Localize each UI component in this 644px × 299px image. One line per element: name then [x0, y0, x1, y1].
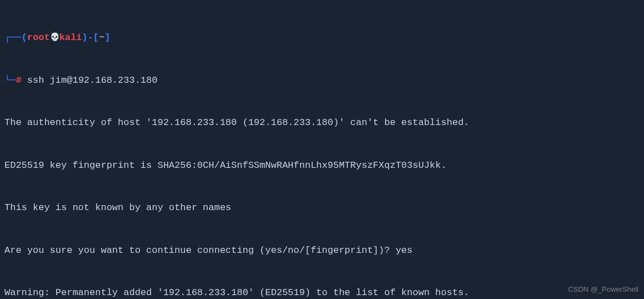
watermark-text: CSDN @_PowerShell	[568, 284, 638, 295]
box-corner-bottom: └─	[4, 75, 16, 86]
box-right: )-[	[82, 32, 99, 43]
prompt-hash: #	[16, 75, 21, 86]
prompt-line-2: └─# ssh jim@192.168.233.180	[4, 73, 640, 88]
box-corner: ┌──(	[4, 32, 27, 43]
prompt-user: root	[27, 32, 50, 43]
output-line: Are you sure you want to continue connec…	[4, 243, 640, 258]
prompt-line-1: ┌──(root💀kali)-[~]	[4, 31, 640, 45]
output-line: The authenticity of host '192.168.233.18…	[4, 116, 640, 130]
prompt-path: ~	[99, 32, 104, 43]
box-end: ]	[104, 32, 110, 43]
output-line: Warning: Permanently added '192.168.233.…	[4, 286, 640, 299]
output-line: ED25519 key fingerprint is SHA256:0CH/Ai…	[4, 158, 640, 173]
skull-icon: 💀	[50, 33, 59, 42]
terminal-output[interactable]: ┌──(root💀kali)-[~] └─# ssh jim@192.168.2…	[4, 2, 640, 299]
ssh-command: ssh jim@192.168.233.180	[27, 75, 158, 86]
output-line: This key is not known by any other names	[4, 201, 640, 215]
prompt-host: kali	[59, 32, 82, 43]
